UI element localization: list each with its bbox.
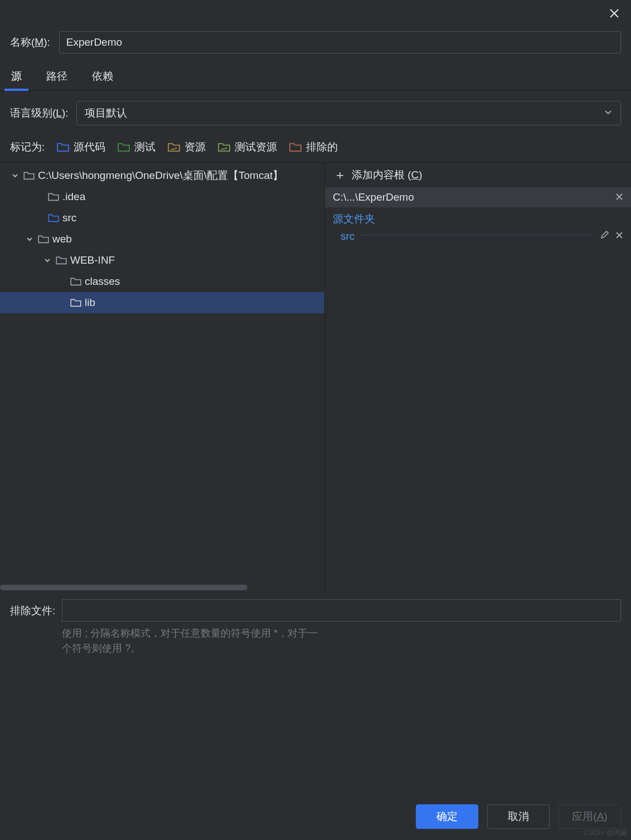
folder-icon [38,235,49,244]
resources-folder-icon [168,142,180,152]
chevron-down-icon [42,256,52,264]
name-label: 名称(M): [10,35,50,50]
mark-resources[interactable]: 资源 [168,140,206,154]
tree-root[interactable]: C:\Users\hongmeng\OneDrive\桌面\配置【Tomcat】 [0,165,324,186]
language-level-select[interactable]: 项目默认 [76,101,621,125]
watermark: CSDN @鸿蒙 [583,828,628,838]
close-icon [615,193,623,201]
tree-item-idea[interactable]: .idea [0,186,324,207]
close-button[interactable] [604,3,624,23]
chevron-down-icon [25,235,35,243]
close-icon [615,231,623,239]
apply-button[interactable]: 应用(A) [559,804,621,829]
scrollbar-thumb[interactable] [0,585,247,590]
source-folder-item[interactable]: src [325,229,631,244]
language-level-value: 项目默认 [85,106,127,120]
remove-source-folder-button[interactable] [615,230,623,242]
content-root-row[interactable]: C:\...\ExperDemo [325,187,631,207]
folder-icon [70,277,81,286]
tests-folder-icon [118,142,130,152]
mark-tests[interactable]: 测试 [118,140,156,154]
edit-source-folder-button[interactable] [600,230,610,242]
chevron-down-icon [604,107,613,119]
tree-item-web[interactable]: web [0,229,324,250]
cancel-button[interactable]: 取消 [487,804,550,829]
exclude-files-help: 使用 ; 分隔名称模式，对于任意数量的符号使用 *，对于一个符号则使用 ?。 [62,621,318,656]
source-folders-header: 源文件夹 [325,207,631,229]
folder-icon [48,192,59,201]
tree-item-lib[interactable]: lib [0,292,324,313]
mark-excluded[interactable]: 排除的 [289,140,338,154]
mark-as-label: 标记为: [10,140,45,154]
excluded-folder-icon [289,142,302,152]
folder-icon [23,171,35,180]
tab-path[interactable]: 路径 [45,64,69,90]
sources-folder-icon [57,142,69,152]
name-input[interactable] [59,31,621,54]
content-root-path: C:\...\ExperDemo [333,191,414,203]
sources-folder-icon [48,213,59,222]
tree-item-webinf[interactable]: WEB-INF [0,250,324,271]
tabs: 源 路径 依赖 [0,64,631,91]
tree-item-src[interactable]: src [0,207,324,229]
tab-source[interactable]: 源 [10,64,23,90]
mark-sources[interactable]: 源代码 [57,140,105,154]
test-resources-folder-icon [218,142,230,152]
horizontal-scrollbar[interactable] [0,584,324,591]
pencil-icon [600,230,610,240]
language-level-label: 语言级别(L): [10,106,69,120]
folder-icon [56,256,67,265]
mark-test-resources[interactable]: 测试资源 [218,140,277,154]
folder-tree: C:\Users\hongmeng\OneDrive\桌面\配置【Tomcat】… [0,163,324,584]
chevron-down-icon [10,172,20,179]
exclude-files-label: 排除文件: [10,599,55,656]
remove-content-root-button[interactable] [615,192,623,203]
tree-item-classes[interactable]: classes [0,271,324,292]
add-content-root-button[interactable]: 添加内容根 (C) [352,168,423,182]
tab-deps[interactable]: 依赖 [91,64,114,90]
exclude-files-input[interactable] [62,599,621,621]
plus-icon: ＋ [334,167,346,183]
close-icon [609,8,620,19]
ok-button[interactable]: 确定 [416,804,478,829]
folder-icon [70,298,81,307]
